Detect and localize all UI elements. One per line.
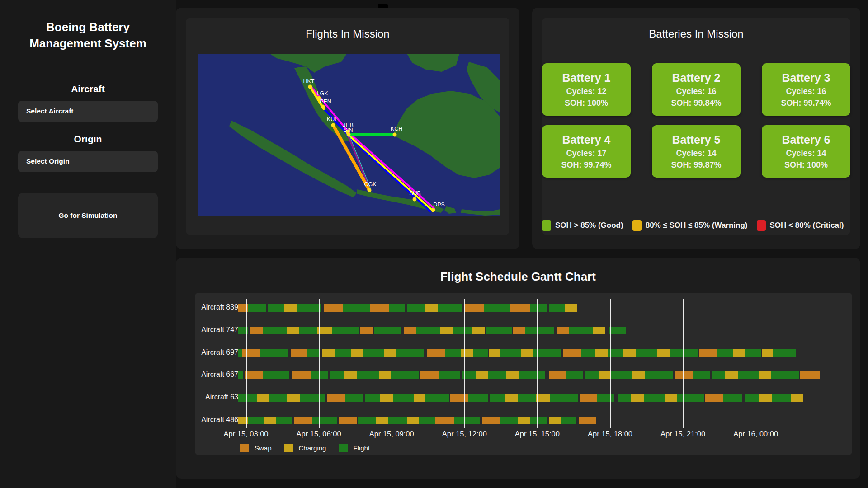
gantt-segment-f bbox=[723, 394, 742, 402]
gantt-row-label: Aircraft 839 bbox=[195, 303, 238, 311]
gantt-segment-f bbox=[518, 394, 536, 402]
flight-route-map: HKTLGKPENKULJHBSINKCHCGKSUBDPS bbox=[198, 54, 500, 216]
flights-map-card: Flights In Mission HKTLGKPENKULJHBSINKCH… bbox=[186, 18, 509, 235]
gantt-axis-label: Apr 15, 21:00 bbox=[660, 430, 705, 438]
gantt-segment-f bbox=[530, 304, 547, 312]
gantt-segment-s bbox=[370, 304, 389, 312]
flight-schedule-panel: Flight Schedule Gantt Chart Aircraft 839… bbox=[176, 258, 860, 479]
gantt-segment-f bbox=[500, 417, 518, 424]
gantt-segment-f bbox=[439, 371, 460, 379]
gantt-segment-f bbox=[484, 304, 510, 312]
gantt-gridline bbox=[319, 299, 320, 428]
gantt-segment-c bbox=[760, 394, 772, 402]
gantt-segment-c bbox=[322, 349, 336, 357]
gantt-segment-s bbox=[464, 304, 484, 312]
gantt-axis-label: Apr 15, 18:00 bbox=[588, 430, 632, 438]
origin-heading: Origin bbox=[0, 134, 176, 145]
gantt-segment-c bbox=[407, 417, 420, 424]
gantt-legend-swatch bbox=[240, 444, 249, 452]
gantt-row-label: Aircraft 747 bbox=[195, 326, 238, 334]
gantt-segment-f bbox=[581, 349, 595, 357]
gantt-segment-c bbox=[461, 349, 473, 357]
gantt-segment-f bbox=[745, 394, 760, 402]
gantt-segment-s bbox=[427, 349, 445, 357]
gantt-segment-c bbox=[287, 327, 299, 334]
airport-marker-KCH bbox=[393, 133, 397, 137]
gantt-gridline bbox=[683, 299, 684, 428]
soh-legend-item-1: 80% ≤ SOH ≤ 85% (Warning) bbox=[632, 220, 748, 231]
gantt-segment-c bbox=[379, 371, 391, 379]
gantt-gridline bbox=[246, 299, 247, 428]
soh-legend-label: SOH < 80% (Critical) bbox=[770, 221, 844, 230]
gantt-segment-f bbox=[263, 371, 289, 379]
gantt-segment-f bbox=[297, 304, 322, 312]
gantt-segment-c bbox=[631, 394, 645, 402]
gantt-axis-label: Apr 15, 12:00 bbox=[442, 430, 487, 438]
gantt-segment-f bbox=[425, 394, 449, 402]
gantt-axis-label: Apr 15, 03:00 bbox=[223, 430, 268, 438]
gantt-segment-f bbox=[260, 349, 288, 357]
gantt-segment-c bbox=[518, 417, 530, 424]
gantt-segment-s bbox=[292, 371, 311, 379]
gantt-segment-s bbox=[420, 371, 439, 379]
batteries-panel-title: Batteries In Mission bbox=[542, 28, 850, 40]
gantt-segment-f bbox=[549, 304, 565, 312]
origin-select[interactable]: Select Origin bbox=[18, 151, 158, 172]
gantt-segment-f bbox=[454, 417, 480, 424]
gantt-segment-c bbox=[344, 371, 357, 379]
battery-cycles: Cycles: 16 bbox=[786, 87, 826, 96]
gantt-segment-f bbox=[488, 371, 506, 379]
gantt-segment-c bbox=[287, 394, 301, 402]
go-for-simulation-button[interactable]: Go for Simulation bbox=[18, 193, 158, 238]
gantt-segment-f bbox=[357, 371, 378, 379]
gantt-segment-f bbox=[550, 394, 578, 402]
gantt-gridline bbox=[392, 299, 392, 428]
airport-marker-CGK bbox=[368, 188, 372, 192]
gantt-axis-label: Apr 16, 00:00 bbox=[733, 430, 778, 438]
gantt-segment-f bbox=[407, 304, 425, 312]
gantt-segment-c bbox=[238, 417, 248, 424]
gantt-segment-f bbox=[248, 304, 266, 312]
gantt-segment-s bbox=[324, 304, 343, 312]
gantt-legend-item-flight: Flight bbox=[339, 444, 370, 452]
gantt-segment-f bbox=[745, 349, 761, 357]
battery-name: Battery 5 bbox=[672, 133, 721, 146]
gantt-segment-f bbox=[693, 371, 710, 379]
gantt-legend: SwapChargingFlight bbox=[240, 444, 370, 452]
gantt-segment-f bbox=[238, 394, 256, 402]
gantt-segment-c bbox=[599, 371, 610, 379]
gantt-segment-f bbox=[519, 371, 545, 379]
gantt-segment-f bbox=[585, 371, 599, 379]
battery-cycles: Cycles: 16 bbox=[676, 87, 716, 96]
gantt-segment-f bbox=[677, 394, 704, 402]
gantt-segment-c bbox=[536, 394, 550, 402]
battery-cycles: Cycles: 17 bbox=[566, 149, 606, 158]
aircraft-select[interactable]: Select Aircraft bbox=[18, 101, 158, 122]
gantt-segment-c bbox=[284, 304, 297, 312]
gantt-segment-f bbox=[374, 327, 401, 334]
battery-name: Battery 1 bbox=[562, 71, 611, 84]
gantt-segment-s bbox=[580, 394, 597, 402]
gantt-segment-c bbox=[505, 394, 518, 402]
gantt-segment-c bbox=[476, 371, 488, 379]
gantt-segment-s bbox=[450, 394, 468, 402]
soh-legend-label: 80% ≤ SOH ≤ 85% (Warning) bbox=[646, 221, 748, 230]
gantt-segment-f bbox=[712, 371, 725, 379]
flights-panel-title: Flights In Mission bbox=[186, 28, 509, 40]
gantt-segment-f bbox=[343, 304, 370, 312]
gantt-gridline bbox=[756, 299, 757, 428]
battery-name: Battery 3 bbox=[782, 71, 830, 84]
battery-card-2: Battery 2Cycles: 16SOH: 99.84% bbox=[652, 63, 741, 116]
gantt-segment-f bbox=[771, 371, 799, 379]
gantt-segment-s bbox=[579, 417, 596, 424]
gantt-row-label: Aircraft 667 bbox=[195, 371, 238, 379]
gantt-segment-c bbox=[549, 417, 561, 424]
gantt-segment-f bbox=[299, 327, 317, 334]
gantt-segment-c bbox=[791, 394, 803, 402]
aircraft-select-value: Select Aircraft bbox=[26, 107, 74, 115]
airport-label-DPS: DPS bbox=[433, 202, 445, 208]
gantt-segment-c bbox=[351, 349, 363, 357]
gantt-segment-f bbox=[358, 417, 376, 424]
gantt-segment-f bbox=[307, 349, 320, 357]
origin-select-value: Select Origin bbox=[26, 157, 70, 165]
